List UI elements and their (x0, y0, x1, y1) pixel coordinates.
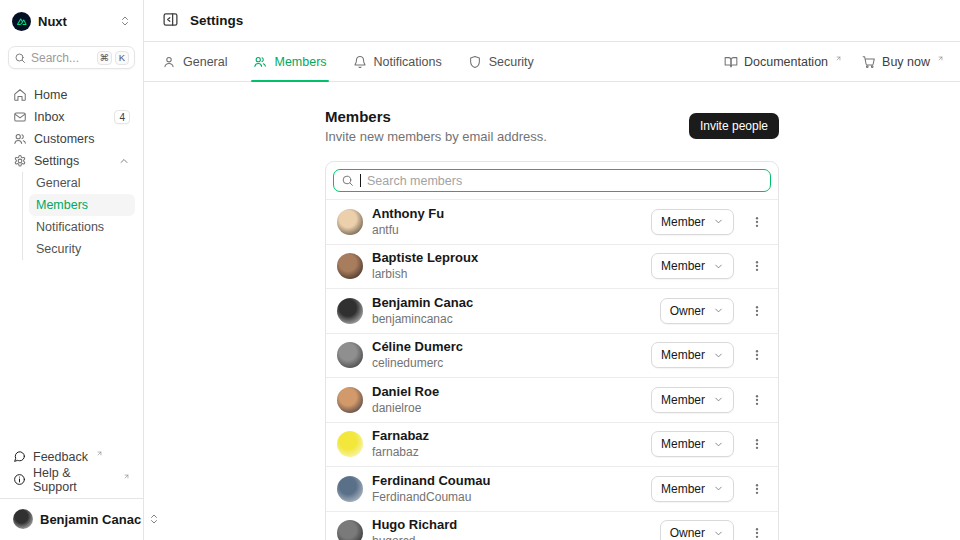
members-description: Invite new members by email address. (325, 129, 547, 144)
member-role-select[interactable]: Member (651, 431, 734, 457)
member-actions-button[interactable] (747, 301, 767, 321)
content: Members Invite new members by email addr… (144, 82, 960, 540)
avatar (337, 342, 363, 368)
user-menu[interactable]: Benjamin Canac (8, 506, 135, 532)
sidebar-item-home[interactable]: Home (8, 84, 135, 106)
member-row: Anthony FuantfuMember (326, 199, 778, 244)
sidebar-search-input[interactable]: Search... ⌘ K (8, 46, 135, 69)
header-link-documentation[interactable]: Documentation (724, 55, 842, 69)
sidebar-item-members[interactable]: Members (29, 194, 135, 216)
external-link-icon (835, 55, 842, 62)
chevron-down-icon (713, 216, 724, 227)
collapse-sidebar-button[interactable] (160, 9, 181, 33)
member-role-select[interactable]: Member (651, 387, 734, 413)
app-root: Nuxt Search... ⌘ K HomeInbox4CustomersSe… (0, 0, 960, 540)
footer-link-help-support[interactable]: Help & Support (8, 468, 135, 491)
sidebar-item-settings[interactable]: Settings (8, 150, 135, 172)
member-actions-button[interactable] (747, 434, 767, 454)
member-username: hugorcd (372, 534, 457, 540)
chevron-down-icon (713, 528, 724, 539)
tab-label: General (183, 55, 227, 69)
tab-notifications[interactable]: Notifications (351, 42, 444, 81)
chevrons-up-down-icon (119, 15, 131, 27)
ellipsis-vertical-icon (750, 215, 764, 229)
team-selector[interactable]: Nuxt (8, 8, 135, 34)
sidebar-item-general[interactable]: General (29, 172, 135, 194)
page-header: Settings (144, 0, 960, 42)
sidebar-item-label: Settings (34, 154, 79, 168)
member-username: farnabaz (372, 445, 429, 459)
avatar (337, 253, 363, 279)
member-row: Hugo RichardhugorcdOwner (326, 511, 778, 540)
tab-label: Notifications (374, 55, 442, 69)
members-search-input[interactable]: Search members (333, 169, 771, 192)
member-name: Baptiste Leproux (372, 251, 478, 265)
ellipsis-vertical-icon (750, 348, 764, 362)
member-actions-button[interactable] (747, 345, 767, 365)
search-icon (14, 52, 26, 64)
header-link-label: Buy now (882, 55, 930, 69)
member-role-select[interactable]: Member (651, 342, 734, 368)
sidebar-item-security[interactable]: Security (29, 238, 135, 260)
text-caret (360, 174, 361, 187)
sidebar-item-label: Inbox (34, 110, 65, 124)
member-role-select[interactable]: Member (651, 209, 734, 235)
member-username: danielroe (372, 401, 439, 415)
info-circle-icon (13, 473, 26, 486)
cart-icon (862, 55, 876, 69)
user-name: Benjamin Canac (40, 512, 141, 527)
external-link-icon (96, 450, 103, 457)
kbd-k: K (115, 51, 129, 65)
member-role-select[interactable]: Owner (660, 520, 734, 540)
invite-people-button[interactable]: Invite people (689, 113, 779, 139)
member-role-value: Owner (670, 304, 705, 318)
member-actions-button[interactable] (747, 212, 767, 232)
avatar (337, 298, 363, 324)
member-role-value: Member (661, 482, 705, 496)
avatar (337, 387, 363, 413)
member-role-select[interactable]: Owner (660, 298, 734, 324)
divider (0, 498, 143, 499)
member-username: celinedumerc (372, 356, 463, 370)
avatar (337, 476, 363, 502)
member-role-select[interactable]: Member (651, 476, 734, 502)
sidebar-item-notifications[interactable]: Notifications (29, 216, 135, 238)
tab-general[interactable]: General (160, 42, 229, 81)
sidebar-item-inbox[interactable]: Inbox4 (8, 106, 135, 128)
member-row: Baptiste LeprouxlarbishMember (326, 244, 778, 289)
member-actions-button[interactable] (747, 256, 767, 276)
member-row: Ferdinand CoumauFerdinandCoumauMember (326, 466, 778, 511)
chevron-down-icon (713, 483, 724, 494)
member-role-value: Member (661, 215, 705, 229)
member-role-select[interactable]: Member (651, 253, 734, 279)
footer-link-label: Help & Support (33, 466, 115, 494)
tab-security[interactable]: Security (466, 42, 536, 81)
sidebar-item-customers[interactable]: Customers (8, 128, 135, 150)
member-row: Daniel RoedanielroeMember (326, 377, 778, 422)
member-row: Benjamin CanacbenjamincanacOwner (326, 288, 778, 333)
member-actions-button[interactable] (747, 479, 767, 499)
sidebar-item-label: Customers (34, 132, 94, 146)
ellipsis-vertical-icon (750, 304, 764, 318)
chevron-down-icon (713, 350, 724, 361)
sidebar-search-placeholder: Search... (31, 51, 79, 65)
nuxt-logo-icon (12, 12, 31, 31)
member-name: Benjamin Canac (372, 296, 473, 310)
tab-members[interactable]: Members (251, 42, 328, 81)
users-icon (253, 55, 267, 69)
member-actions-button[interactable] (747, 523, 767, 540)
member-name: Anthony Fu (372, 207, 444, 221)
bell-icon (353, 55, 367, 69)
team-name: Nuxt (38, 14, 67, 29)
member-actions-button[interactable] (747, 390, 767, 410)
member-role-value: Member (661, 259, 705, 273)
member-name: Ferdinand Coumau (372, 474, 490, 488)
tab-label: Security (489, 55, 534, 69)
header-link-buy-now[interactable]: Buy now (862, 55, 944, 69)
member-name: Daniel Roe (372, 385, 439, 399)
settings-submenu: GeneralMembersNotificationsSecurity (22, 172, 135, 260)
member-username: FerdinandCoumau (372, 490, 490, 504)
tab-bar: GeneralMembersNotificationsSecurity Docu… (144, 42, 960, 82)
avatar (337, 431, 363, 457)
member-username: larbish (372, 267, 478, 281)
